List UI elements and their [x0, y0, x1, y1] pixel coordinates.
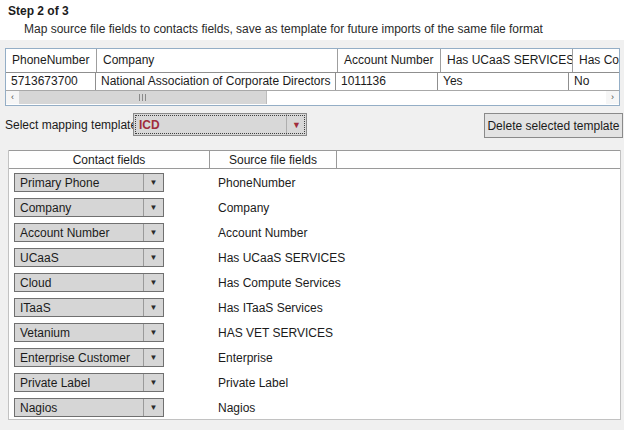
cell-has-compute: No [569, 73, 619, 90]
contact-field-dropdown-account-number[interactable]: Account Number ▼ [14, 223, 164, 242]
column-header-account-number[interactable]: Account Number [338, 49, 441, 72]
contact-field-dropdown-enterprise-customer[interactable]: Enterprise Customer ▼ [14, 348, 164, 367]
contact-field-dropdown-private-label[interactable]: Private Label ▼ [14, 373, 164, 392]
dropdown-value: Company [15, 199, 143, 216]
contact-field-dropdown-vetanium[interactable]: Vetanium ▼ [14, 323, 164, 342]
delete-template-button[interactable]: Delete selected template [484, 113, 623, 138]
dropdown-arrow-icon[interactable]: ▼ [143, 399, 163, 416]
column-header-company[interactable]: Company [97, 49, 338, 72]
select-template-label: Select mapping template [5, 118, 137, 132]
dropdown-value: Vetanium [15, 324, 143, 341]
cell-has-ucaas: Yes [438, 73, 569, 90]
contact-field-dropdown-cloud[interactable]: Cloud ▼ [14, 273, 164, 292]
dropdown-value: ITaaS [15, 299, 143, 316]
contact-fields-header: Contact fields [9, 151, 210, 168]
source-field-label: Company [218, 201, 269, 215]
step-title: Step 2 of 3 [8, 4, 69, 18]
scroll-left-icon[interactable]: ‹ [6, 91, 19, 104]
source-fields-header: Source file fields [210, 151, 337, 168]
cell-account-number: 1011136 [336, 73, 438, 90]
cell-phonenumber: 5713673700 [6, 73, 96, 90]
mapping-header-row: Contact fields Source file fields [9, 150, 620, 169]
thumb-grip-icon [145, 94, 146, 101]
mapping-row-company: Company ▼ Company [14, 198, 620, 217]
dropdown-arrow-icon[interactable]: ▼ [143, 349, 163, 366]
dropdown-value: Private Label [15, 374, 143, 391]
dropdown-value: UCaaS [15, 249, 143, 266]
source-field-label: Has Compute Services [218, 276, 341, 290]
column-header-phonenumber[interactable]: PhoneNumber [6, 49, 97, 72]
source-field-label: Private Label [218, 376, 288, 390]
dropdown-value: Cloud [15, 274, 143, 291]
contact-field-dropdown-itaas[interactable]: ITaaS ▼ [14, 298, 164, 317]
dropdown-arrow-icon[interactable]: ▼ [143, 274, 163, 291]
cell-company: National Association of Corporate Direct… [96, 73, 336, 90]
preview-table-header: PhoneNumber Company Account Number Has U… [6, 49, 619, 73]
mapping-row-private-label: Private Label ▼ Private Label [14, 373, 620, 392]
mapping-row-account-number: Account Number ▼ Account Number [14, 223, 620, 242]
mapping-row-enterprise-customer: Enterprise Customer ▼ Enterprise [14, 348, 620, 367]
contact-field-dropdown-nagios[interactable]: Nagios ▼ [14, 398, 164, 417]
table-row[interactable]: 5713673700 National Association of Corpo… [6, 73, 619, 90]
scrollbar-track[interactable] [19, 91, 606, 104]
contact-field-dropdown-primary-phone[interactable]: Primary Phone ▼ [14, 173, 164, 192]
dropdown-arrow-icon[interactable]: ▼ [143, 199, 163, 216]
dropdown-value: Enterprise Customer [15, 349, 143, 366]
column-header-has-ucaas[interactable]: Has UCaaS SERVICES [441, 49, 573, 72]
column-header-has-compute[interactable]: Has Compute Ser [573, 49, 619, 72]
horizontal-scrollbar[interactable]: ‹ › [6, 90, 619, 104]
empty-header-cell [337, 151, 620, 168]
template-selected-value: ICD [134, 118, 286, 132]
dropdown-arrow-icon[interactable]: ▼ [143, 299, 163, 316]
dropdown-value: Nagios [15, 399, 143, 416]
mapping-row-vetanium: Vetanium ▼ HAS VET SERVICES [14, 323, 620, 342]
thumb-grip-icon [139, 94, 140, 101]
dropdown-arrow-icon[interactable]: ▼ [286, 114, 306, 135]
dropdown-arrow-icon[interactable]: ▼ [143, 324, 163, 341]
mapping-rows: Primary Phone ▼ PhoneNumber Company ▼ Co… [9, 169, 620, 417]
scrollbar-thumb[interactable] [19, 91, 267, 104]
mapping-row-nagios: Nagios ▼ Nagios [14, 398, 620, 417]
source-field-label: Account Number [218, 226, 307, 240]
scroll-right-icon[interactable]: › [606, 91, 619, 104]
source-preview-table: PhoneNumber Company Account Number Has U… [5, 48, 620, 106]
mapping-template-combobox[interactable]: ICD ▼ [133, 113, 307, 136]
source-field-label: HAS VET SERVICES [218, 326, 333, 340]
mapping-row-itaas: ITaaS ▼ Has ITaaS Services [14, 298, 620, 317]
mapping-row-ucaas: UCaaS ▼ Has UCaaS SERVICES [14, 248, 620, 267]
dropdown-value: Primary Phone [15, 174, 143, 191]
source-field-label: Has UCaaS SERVICES [218, 251, 345, 265]
source-field-label: Enterprise [218, 351, 273, 365]
source-field-label: PhoneNumber [218, 176, 295, 190]
mapping-row-primary-phone: Primary Phone ▼ PhoneNumber [14, 173, 620, 192]
dropdown-arrow-icon[interactable]: ▼ [143, 374, 163, 391]
source-field-label: Nagios [218, 401, 255, 415]
dropdown-arrow-icon[interactable]: ▼ [143, 174, 163, 191]
field-mapping-panel: Contact fields Source file fields Primar… [8, 150, 621, 420]
dropdown-value: Account Number [15, 224, 143, 241]
thumb-grip-icon [142, 94, 143, 101]
dropdown-arrow-icon[interactable]: ▼ [143, 224, 163, 241]
mapping-row-cloud: Cloud ▼ Has Compute Services [14, 273, 620, 292]
dropdown-arrow-icon[interactable]: ▼ [143, 249, 163, 266]
contact-field-dropdown-company[interactable]: Company ▼ [14, 198, 164, 217]
step-subtitle: Map source file fields to contacts field… [24, 22, 543, 36]
contact-field-dropdown-ucaas[interactable]: UCaaS ▼ [14, 248, 164, 267]
source-field-label: Has ITaaS Services [218, 301, 323, 315]
